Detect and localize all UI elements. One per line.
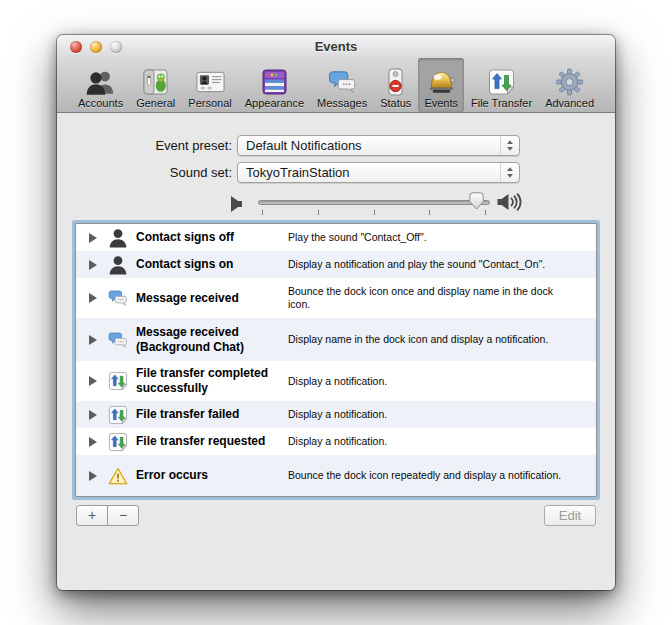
event-name: File transfer requested bbox=[136, 434, 286, 449]
volume-slider-track[interactable] bbox=[258, 200, 490, 205]
speaker-high-icon bbox=[495, 192, 523, 214]
add-event-button[interactable]: + bbox=[76, 505, 108, 526]
event-description: Display name in the dock icon and displa… bbox=[288, 333, 573, 346]
event-name: Message received bbox=[136, 291, 286, 306]
add-remove-segment: + − bbox=[76, 505, 139, 526]
event-row[interactable]: File transfer completed successfully Dis… bbox=[76, 361, 596, 401]
toolbar-item-label: Appearance bbox=[245, 97, 304, 109]
volume-row bbox=[57, 190, 615, 222]
event-description: Display a notification. bbox=[288, 408, 573, 421]
titlebar[interactable]: Events bbox=[57, 35, 615, 58]
toolbar-item-personal[interactable]: Personal bbox=[182, 58, 237, 112]
toolbar-item-accounts[interactable]: Accounts bbox=[72, 58, 129, 112]
traffic-lights bbox=[70, 41, 122, 53]
toolbar-item-file-transfer[interactable]: File Transfer bbox=[465, 58, 538, 112]
volume-slider[interactable] bbox=[258, 190, 490, 220]
event-description: Play the sound "Contact_Off". bbox=[288, 231, 573, 244]
zoom-button[interactable] bbox=[110, 41, 122, 53]
window-title: Events bbox=[57, 35, 615, 58]
toolbar-item-label: File Transfer bbox=[471, 97, 532, 109]
person-icon bbox=[108, 228, 128, 248]
event-preset-popup[interactable]: Default Notifications bbox=[237, 135, 520, 156]
close-button[interactable] bbox=[70, 41, 82, 53]
toolbar-item-label: Status bbox=[380, 97, 411, 109]
toolbar-item-label: Events bbox=[424, 97, 458, 109]
event-description: Display a notification. bbox=[288, 375, 573, 388]
file-icon bbox=[108, 405, 128, 425]
event-preset-label: Event preset: bbox=[72, 138, 232, 153]
person-icon bbox=[108, 255, 128, 275]
toolbar: Accounts General Personal Appearance Mes… bbox=[57, 58, 615, 113]
toolbar-item-events[interactable]: Events bbox=[418, 58, 464, 112]
event-preset-row: Event preset: Default Notifications bbox=[57, 135, 615, 156]
filetransfer-icon bbox=[487, 68, 516, 96]
disclosure-triangle-icon[interactable] bbox=[89, 471, 99, 481]
event-row[interactable]: Contact signs on Display a notification … bbox=[76, 251, 596, 278]
sound-set-row: Sound set: TokyoTrainStation bbox=[57, 162, 615, 183]
disclosure-triangle-icon[interactable] bbox=[89, 437, 99, 447]
disclosure-triangle-icon[interactable] bbox=[89, 376, 99, 386]
toolbar-item-label: Accounts bbox=[78, 97, 123, 109]
content: Event preset: Default Notifications Soun… bbox=[57, 114, 615, 590]
toolbar-item-messages[interactable]: Messages bbox=[311, 58, 373, 112]
volume-slider-ticks bbox=[262, 210, 486, 215]
messages-icon bbox=[328, 68, 357, 96]
edit-button[interactable]: Edit bbox=[544, 505, 596, 526]
accounts-icon bbox=[86, 68, 115, 96]
general-icon bbox=[141, 68, 170, 96]
preferences-window: Events Accounts General Personal Appeara… bbox=[57, 35, 615, 590]
remove-event-button[interactable]: − bbox=[107, 505, 139, 526]
toolbar-item-label: Messages bbox=[317, 97, 367, 109]
sound-set-value: TokyoTrainStation bbox=[238, 163, 500, 182]
event-row[interactable]: Message received (Background Chat) Displ… bbox=[76, 318, 596, 361]
event-description: Bounce the dock icon once and display na… bbox=[288, 285, 573, 311]
appearance-icon bbox=[260, 68, 289, 96]
event-description: Bounce the dock icon repeatedly and disp… bbox=[288, 469, 573, 482]
event-description: Display a notification and play the soun… bbox=[288, 258, 573, 271]
event-row[interactable]: Contact signs off Play the sound "Contac… bbox=[76, 224, 596, 251]
event-name: File transfer completed successfully bbox=[136, 366, 286, 396]
message-icon bbox=[108, 330, 128, 350]
sound-set-label: Sound set: bbox=[72, 165, 232, 180]
file-icon bbox=[108, 432, 128, 452]
event-list: Contact signs off Play the sound "Contac… bbox=[75, 223, 597, 497]
event-row[interactable]: Error occurs Bounce the dock icon repeat… bbox=[76, 455, 596, 496]
toolbar-item-label: Personal bbox=[188, 97, 231, 109]
sound-set-popup[interactable]: TokyoTrainStation bbox=[237, 162, 520, 183]
disclosure-triangle-icon[interactable] bbox=[89, 260, 99, 270]
toolbar-item-appearance[interactable]: Appearance bbox=[239, 58, 310, 112]
event-description: Display a notification. bbox=[288, 435, 573, 448]
event-row[interactable]: Message received Bounce the dock icon on… bbox=[76, 278, 596, 318]
toolbar-item-status[interactable]: Status bbox=[374, 58, 417, 112]
event-name: Error occurs bbox=[136, 468, 286, 483]
speaker-low-icon bbox=[225, 194, 245, 214]
personal-icon bbox=[196, 68, 225, 96]
event-name: Message received (Background Chat) bbox=[136, 325, 286, 355]
message-icon bbox=[108, 288, 128, 308]
event-preset-value: Default Notifications bbox=[238, 136, 500, 155]
minimize-button[interactable] bbox=[90, 41, 102, 53]
status-icon bbox=[381, 68, 410, 96]
toolbar-item-label: General bbox=[136, 97, 175, 109]
warning-icon bbox=[108, 466, 128, 486]
volume-slider-thumb[interactable] bbox=[469, 192, 484, 210]
event-name: Contact signs off bbox=[136, 230, 286, 245]
event-row[interactable]: File transfer requested Display a notifi… bbox=[76, 428, 596, 455]
event-name: Contact signs on bbox=[136, 257, 286, 272]
popup-arrows-icon bbox=[500, 136, 519, 155]
toolbar-item-general[interactable]: General bbox=[130, 58, 181, 112]
advanced-icon bbox=[555, 68, 584, 96]
footer: + − Edit bbox=[75, 505, 596, 527]
disclosure-triangle-icon[interactable] bbox=[89, 233, 99, 243]
toolbar-item-advanced[interactable]: Advanced bbox=[539, 58, 600, 112]
file-icon bbox=[108, 371, 128, 391]
toolbar-item-label: Advanced bbox=[545, 97, 594, 109]
disclosure-triangle-icon[interactable] bbox=[89, 293, 99, 303]
events-icon bbox=[427, 68, 456, 96]
popup-arrows-icon bbox=[500, 163, 519, 182]
desktop: Events Accounts General Personal Appeara… bbox=[0, 0, 672, 625]
disclosure-triangle-icon[interactable] bbox=[89, 410, 99, 420]
event-name: File transfer failed bbox=[136, 407, 286, 422]
event-row[interactable]: File transfer failed Display a notificat… bbox=[76, 401, 596, 428]
disclosure-triangle-icon[interactable] bbox=[89, 335, 99, 345]
